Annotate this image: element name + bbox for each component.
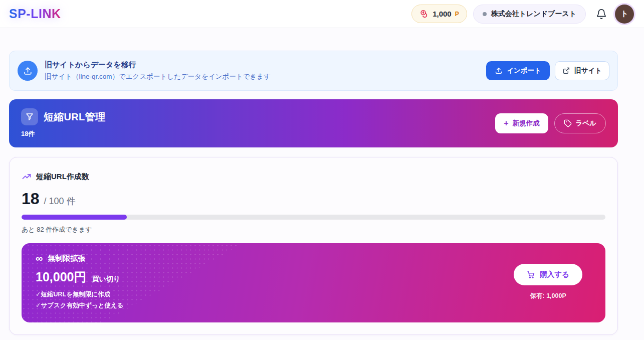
- promo-price-note: 買い切り: [92, 275, 120, 284]
- url-management-header: 短縮URL管理 18件 + 新規作成 ラベル: [9, 99, 618, 147]
- url-management-title-block: 短縮URL管理 18件: [21, 108, 105, 138]
- cart-icon: [527, 270, 535, 279]
- points-balance-text: 保有: 1,000P: [514, 292, 582, 300]
- notifications-button[interactable]: [594, 7, 609, 22]
- old-site-button[interactable]: 旧サイト: [555, 61, 609, 80]
- remaining-count-text: あと 82 件作成できます: [22, 225, 605, 234]
- filter-icon-badge: [21, 108, 38, 125]
- migration-banner: 旧サイトからデータを移行 旧サイト（line-qr.com）でエクスポートしたデ…: [9, 51, 618, 91]
- migration-banner-text: 旧サイトからデータを移行 旧サイト（line-qr.com）でエクスポートしたデ…: [45, 60, 271, 81]
- count-limit: / 100 件: [44, 195, 76, 207]
- url-creation-stats-card: 短縮URL作成数 18 / 100 件 あと 82 件作成できます ∞ 無制限拡…: [9, 157, 618, 335]
- avatar-letter: ト: [620, 9, 628, 19]
- company-selector[interactable]: 株式会社トレンドブースト: [473, 5, 586, 24]
- migration-banner-title: 旧サイトからデータを移行: [45, 60, 271, 70]
- old-site-button-label: 旧サイト: [574, 66, 602, 75]
- stats-card-title: 短縮URL作成数: [36, 172, 89, 182]
- user-avatar[interactable]: ト: [615, 5, 634, 24]
- points-unit: P: [455, 11, 459, 18]
- import-button[interactable]: インポート: [486, 61, 550, 80]
- status-dot-icon: [483, 12, 487, 16]
- create-new-button[interactable]: + 新規作成: [495, 113, 548, 133]
- promo-details: ∞ 無制限拡張 10,000円 買い切り ✓短縮URLを無制限に作成 ✓サブスク…: [36, 253, 124, 311]
- usage-progress-bar: [22, 215, 605, 220]
- app-header: SP-LINK 1,000 P 株式会社トレンドブースト: [0, 0, 644, 28]
- upload-icon: [495, 67, 503, 75]
- url-management-actions: + 新規作成 ラベル: [495, 113, 606, 133]
- upload-icon-badge: [18, 61, 38, 81]
- bell-icon: [596, 9, 607, 20]
- create-new-button-label: 新規作成: [513, 119, 540, 128]
- promo-feature: ✓サブスク有効中ずっと使える: [36, 300, 124, 311]
- coins-icon: [419, 9, 429, 19]
- promo-title: 無制限拡張: [48, 254, 85, 263]
- header-actions: 1,000 P 株式会社トレンドブースト ト: [411, 5, 636, 24]
- unlimited-upgrade-promo: ∞ 無制限拡張 10,000円 買い切り ✓短縮URLを無制限に作成 ✓サブスク…: [22, 243, 605, 322]
- url-count-badge: 18件: [21, 129, 105, 138]
- infinity-icon: ∞: [36, 253, 43, 263]
- filter-icon: [25, 112, 34, 121]
- migration-banner-actions: インポート 旧サイト: [486, 61, 609, 80]
- purchase-button[interactable]: 購入する: [514, 264, 582, 285]
- labels-button[interactable]: ラベル: [554, 113, 606, 133]
- promo-price: 10,000円: [36, 269, 86, 285]
- trending-up-icon: [22, 172, 32, 182]
- main-content: 旧サイトからデータを移行 旧サイト（line-qr.com）でエクスポートしたデ…: [9, 51, 618, 340]
- promo-purchase-block: 購入する 保有: 1,000P: [514, 264, 591, 300]
- external-link-icon: [562, 67, 570, 75]
- app-logo[interactable]: SP-LINK: [5, 5, 65, 23]
- upload-icon: [23, 66, 33, 76]
- created-count: 18: [22, 190, 40, 208]
- company-name: 株式会社トレンドブースト: [491, 10, 576, 19]
- progress-fill: [22, 215, 127, 220]
- tag-icon: [564, 119, 572, 127]
- purchase-button-label: 購入する: [540, 270, 569, 279]
- import-button-label: インポート: [507, 66, 541, 75]
- migration-banner-subtitle: 旧サイト（line-qr.com）でエクスポートしたデータをインポートできます: [45, 72, 271, 81]
- points-value: 1,000: [433, 10, 452, 18]
- promo-feature: ✓短縮URLを無制限に作成: [36, 289, 124, 300]
- promo-feature-list: ✓短縮URLを無制限に作成 ✓サブスク有効中ずっと使える: [36, 289, 124, 311]
- points-badge[interactable]: 1,000 P: [411, 5, 467, 23]
- page-title: 短縮URL管理: [44, 110, 105, 124]
- labels-button-label: ラベル: [576, 119, 596, 128]
- plus-icon: +: [504, 119, 508, 127]
